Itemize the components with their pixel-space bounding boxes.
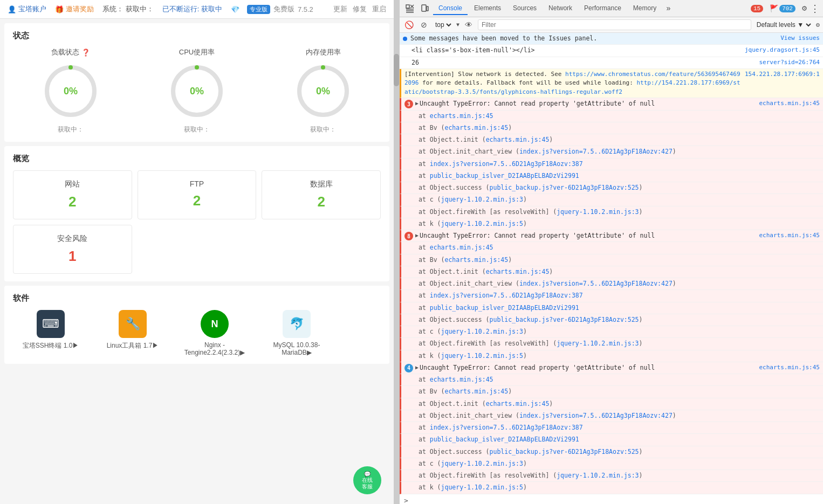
error-header-2: 8 ▶ Uncaught TypeError: Cannot read prop… — [400, 230, 823, 242]
console-info-line: Some messages have been moved to the Iss… — [400, 33, 823, 45]
user-icon: 👤 — [8, 5, 16, 13]
devtools-more-btn[interactable]: ⋮ — [810, 3, 820, 15]
devtools-inspect-btn[interactable] — [403, 2, 417, 16]
stack-3-9: at Object.fireWith [as resolveWith] (jqu… — [400, 470, 823, 482]
load-status: 负载状态 ❓ 0% 获取中： — [41, 47, 100, 134]
tab-network[interactable]: Network — [543, 2, 578, 15]
status-section: 状态 负载状态 ❓ 0% 获取中： CPU使用率 — [4, 23, 389, 142]
mem-status: 内存使用率 0% 获取中： — [293, 47, 353, 134]
prompt-symbol: > — [404, 495, 408, 505]
terminal-icon: ⌨ — [37, 310, 65, 338]
ftp-value: 2 — [193, 192, 201, 209]
stack-2-1: at echarts.min.js:45 — [400, 242, 823, 254]
num-source[interactable]: server?sid=26:764 — [755, 58, 820, 67]
collapse-arrow-1[interactable]: ▶ — [415, 99, 419, 107]
stack-2-9: at Object.fireWith [as resolveWith] (jqu… — [400, 338, 823, 350]
repair-btn[interactable]: 修复 — [353, 4, 367, 14]
error-msg-3: Uncaught TypeError: Cannot read property… — [420, 363, 755, 372]
error-badge-1: 3 — [404, 100, 413, 108]
restart-btn[interactable]: 重启 — [372, 4, 386, 14]
stack-3-4: at Object.init_chart_view (index.js?vers… — [400, 410, 823, 422]
warn-source[interactable]: 154.221.28.177:6969:1 — [740, 70, 820, 79]
console-output[interactable]: Some messages have been moved to the Iss… — [400, 33, 823, 504]
li-msg: <li class='s-box-item-null'></li> — [403, 46, 740, 55]
context-selector[interactable]: top — [433, 20, 453, 29]
update-btn[interactable]: 更新 — [333, 4, 347, 14]
ftp-label: FTP — [190, 179, 204, 188]
overview-website[interactable]: 网站 2 — [13, 170, 132, 219]
console-toolbar: 🚫 ⊘ top ▼ 👁 Default levels ▼ ⚙ — [400, 17, 823, 33]
stack-1-9: at Object.fireWith [as resolveWith] (jqu… — [400, 206, 823, 218]
error-source-2[interactable]: echarts.min.js:45 — [755, 231, 820, 240]
tab-elements[interactable]: Elements — [469, 2, 506, 15]
chat-icon: 💬 — [364, 471, 371, 477]
overview-title: 概览 — [13, 154, 381, 164]
system-info: 系统： 获取中： — [102, 4, 154, 14]
stack-2-5: at index.js?version=7.5..6D21Ag3pF18Aozv… — [400, 290, 823, 302]
stack-1-7: at Object.success (public_backup.js?ver-… — [400, 182, 823, 194]
software-mysql[interactable]: 🐬 MySQL 10.0.38-MariaDB▶ — [259, 310, 334, 356]
software-section: 软件 ⌨ 宝塔SSH终端 1.0▶ 🔧 Linux工具箱 1.7▶ N Ngin… — [4, 286, 389, 364]
error-msg-1: Uncaught TypeError: Cannot read property… — [420, 99, 755, 108]
cpu-circle: 0% — [167, 61, 227, 121]
error-source-1[interactable]: echarts.min.js:45 — [755, 99, 820, 108]
mysql-label: MySQL 10.0.38-MariaDB▶ — [259, 341, 334, 356]
overview-security[interactable]: 安全风险 1 — [13, 225, 132, 274]
overview-ftp[interactable]: FTP 2 — [138, 170, 257, 219]
security-label: 安全风险 — [57, 234, 87, 244]
scrollbar-thumb[interactable] — [394, 54, 399, 86]
view-issues-link[interactable]: View issues — [776, 34, 820, 43]
load-value: 0% — [64, 86, 78, 97]
tab-performance[interactable]: Performance — [579, 2, 627, 15]
tab-sources[interactable]: Sources — [507, 2, 542, 15]
filter-icon-btn[interactable]: ⊘ — [418, 19, 430, 31]
devtools-settings-btn[interactable]: ⚙ — [802, 3, 807, 13]
li-source[interactable]: jquery.dragsort.js:45 — [740, 46, 820, 55]
intervention-link2[interactable]: http://154.221.28.177:6969/static/bootst… — [404, 79, 740, 95]
filter-input[interactable] — [478, 19, 751, 30]
clear-console-btn[interactable]: 🚫 — [403, 19, 415, 31]
tab-more[interactable]: » — [663, 2, 674, 15]
overview-db[interactable]: 数据库 2 — [262, 170, 381, 219]
stack-2-7: at Object.success (public_backup.js?ver-… — [400, 314, 823, 326]
software-nginx[interactable]: N Nginx -Tengine2.2.4(2.3.2)▶ — [177, 310, 252, 356]
devtools-topbar: Console Elements Sources Network Perform… — [400, 0, 823, 17]
mysql-icon: 🐬 — [283, 310, 311, 338]
eye-btn[interactable]: 👁 — [463, 19, 475, 31]
pro-area: 💎 专业版 免费版 7.5.2 — [231, 4, 313, 14]
chat-button[interactable]: 💬 在线客服 — [353, 466, 381, 494]
info-dot — [403, 37, 407, 41]
pro-badge[interactable]: 专业版 — [247, 5, 270, 14]
invite-link[interactable]: 🎁 邀请奖励 — [55, 4, 94, 14]
stack-2-2: at Bv (echarts.min.js:45) — [400, 254, 823, 266]
account-link[interactable]: 👤 宝塔账户 — [8, 4, 46, 14]
devtools-device-btn[interactable] — [418, 2, 432, 16]
stack-3-2: at Bv (echarts.min.js:45) — [400, 386, 823, 398]
nginx-icon: N — [201, 310, 229, 338]
error-block-2: 8 ▶ Uncaught TypeError: Cannot read prop… — [400, 230, 823, 362]
running-value[interactable]: 获取中 — [201, 5, 222, 13]
software-tools[interactable]: 🔧 Linux工具箱 1.7▶ — [95, 310, 170, 356]
error-badge: 15 — [751, 5, 763, 12]
stack-3-6: at public_backup_islver_D2IAABpELBADzVi2… — [400, 434, 823, 446]
error-source-3[interactable]: echarts.min.js:45 — [755, 363, 820, 372]
account-label[interactable]: 宝塔账户 — [18, 4, 46, 14]
settings-icon[interactable]: ⚙ — [816, 21, 820, 29]
warn-msg: [Intervention] Slow network is detected.… — [404, 70, 740, 97]
collapse-arrow-2[interactable]: ▶ — [415, 231, 419, 239]
tab-memory[interactable]: Memory — [628, 2, 662, 15]
console-prompt-line[interactable]: > — [400, 494, 823, 505]
software-ssh[interactable]: ⌨ 宝塔SSH终端 1.0▶ — [13, 310, 88, 356]
svg-rect-6 — [406, 5, 409, 8]
error-header-1: 3 ▶ Uncaught TypeError: Cannot read prop… — [400, 98, 823, 110]
tab-console[interactable]: Console — [433, 2, 468, 15]
cpu-status: CPU使用率 0% 获取中： — [167, 47, 227, 134]
info-msg: Some messages have been moved to the Iss… — [410, 34, 776, 43]
status-title: 状态 — [13, 31, 381, 41]
error-badge-3: 4 — [404, 364, 413, 372]
collapse-arrow-3[interactable]: ▶ — [415, 363, 419, 371]
invite-label[interactable]: 邀请奖励 — [66, 4, 94, 14]
mem-label: 内存使用率 — [306, 47, 341, 57]
levels-selector[interactable]: Default levels ▼ — [755, 20, 813, 29]
stack-3-3: at Object.t.init (echarts.min.js:45) — [400, 398, 823, 410]
